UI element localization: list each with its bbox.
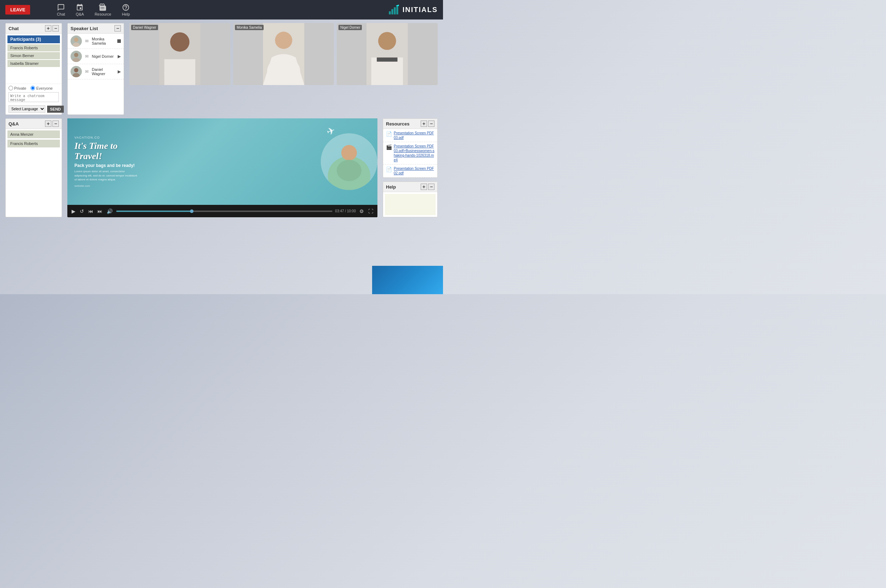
nigel-name: Nigel Dorner xyxy=(92,54,115,58)
volume-button[interactable]: 🔊 xyxy=(106,208,113,215)
chat-add-button[interactable]: + xyxy=(45,25,51,32)
language-select[interactable]: Select Language xyxy=(9,105,45,113)
nav-resource[interactable]: Resource xyxy=(94,3,111,16)
qa-panel-header: Q&A + − xyxy=(6,119,61,129)
qa-anna: Anna Menzer xyxy=(7,130,60,138)
participant-simon: Simon Berner xyxy=(7,52,60,59)
video-url: website.com xyxy=(74,184,138,188)
resource-icon xyxy=(99,3,107,11)
daniel-name: Daniel Wagner xyxy=(92,68,115,76)
nigel-avatar xyxy=(70,51,82,62)
private-radio-label[interactable]: Private xyxy=(9,86,26,90)
video-feed-monika: Monika Samelia xyxy=(233,23,334,85)
video-feed-nigel: Nigel Dorner xyxy=(337,23,438,85)
top-bar: LEAVE Chat Q&A Resource xyxy=(0,0,443,20)
pdf-icon-1: 📄 xyxy=(386,131,392,137)
help-panel-controls: + − xyxy=(421,184,435,190)
progress-fill xyxy=(116,210,192,212)
svg-point-25 xyxy=(337,160,361,181)
qa-icon xyxy=(76,3,84,11)
chat-controls: Private Everyone Select Language SEND xyxy=(6,84,61,114)
logo: INITIALS xyxy=(387,3,438,16)
resource-link-3[interactable]: Presentation Screen PDF 02.pdf xyxy=(394,166,435,176)
play-button[interactable]: ▶ xyxy=(71,208,76,215)
monika-avatar-img xyxy=(70,36,82,47)
skip-back-button[interactable]: ⏮ xyxy=(87,208,94,215)
everyone-radio-label[interactable]: Everyone xyxy=(30,86,52,90)
skip-forward-button[interactable]: ⏭ xyxy=(97,208,103,215)
svg-point-16 xyxy=(275,32,292,49)
progress-bar[interactable] xyxy=(116,210,333,212)
video-player: ✈ VACATION.CO It's Time to Travel! Pack … xyxy=(67,118,378,217)
video-title-line1: It's Time to Travel! xyxy=(74,141,138,161)
svg-point-8 xyxy=(73,58,80,62)
nav-chat[interactable]: Chat xyxy=(57,3,65,16)
monika-email-icon[interactable]: ✉ xyxy=(85,39,88,44)
svg-rect-14 xyxy=(165,59,196,85)
private-radio[interactable] xyxy=(9,86,13,90)
main-content: Chat + − Participants (3) Francis Robert… xyxy=(0,20,443,221)
video-content: ✈ VACATION.CO It's Time to Travel! Pack … xyxy=(67,118,378,205)
settings-button[interactable]: ⚙ xyxy=(359,208,365,215)
video-feed-daniel: Daniel Wagner xyxy=(129,23,230,85)
nigel-video-label: Nigel Dorner xyxy=(339,25,362,30)
replay-button[interactable]: ↺ xyxy=(79,208,85,215)
qa-francis: Francis Roberts xyxy=(7,140,60,147)
svg-point-6 xyxy=(73,42,80,47)
daniel-avatar xyxy=(70,66,82,77)
chat-message-input[interactable] xyxy=(9,92,59,102)
logo-icon xyxy=(387,3,400,16)
nigel-video-silhouette xyxy=(337,23,438,85)
daniel-silhouette-svg xyxy=(129,23,230,85)
resource-link-2[interactable]: Presentation Screen PDF 03.pdf>Businessw… xyxy=(394,144,435,162)
daniel-video-label: Daniel Wagner xyxy=(131,25,158,30)
nav-help[interactable]: Help xyxy=(122,3,130,16)
airplane-decoration: ✈ xyxy=(325,124,337,138)
chat-panel: Chat + − Participants (3) Francis Robert… xyxy=(5,23,62,115)
bg-decoration xyxy=(372,266,443,294)
top-row: Chat + − Participants (3) Francis Robert… xyxy=(5,23,438,115)
svg-point-5 xyxy=(74,38,78,42)
send-button[interactable]: SEND xyxy=(47,106,64,113)
everyone-radio[interactable] xyxy=(30,86,35,90)
daniel-email-icon[interactable]: ✉ xyxy=(85,69,88,74)
daniel-play-icon[interactable]: ▶ xyxy=(118,69,121,74)
svg-rect-1 xyxy=(391,9,393,15)
video-person-svg xyxy=(321,133,378,190)
help-minimize-button[interactable]: − xyxy=(428,184,435,190)
leave-button[interactable]: LEAVE xyxy=(5,5,30,15)
daniel-avatar-img xyxy=(70,66,82,77)
svg-point-12 xyxy=(170,32,189,51)
resources-panel: Resources + − 📄 Presentation Screen PDF … xyxy=(383,118,438,178)
nigel-play-icon[interactable]: ▶ xyxy=(118,54,121,59)
chat-bottom-row: Select Language SEND xyxy=(9,105,59,113)
logo-text: INITIALS xyxy=(403,6,438,14)
resources-minimize-button[interactable]: − xyxy=(428,120,435,127)
svg-rect-21 xyxy=(372,57,403,85)
svg-point-19 xyxy=(378,32,396,50)
qa-minimize-button[interactable]: − xyxy=(52,120,59,127)
resource-2: 🎬 Presentation Screen PDF 03.pdf>Busines… xyxy=(383,142,437,165)
monika-avatar xyxy=(70,36,82,47)
svg-rect-22 xyxy=(377,57,398,62)
qa-add-button[interactable]: + xyxy=(45,120,51,127)
speaker-minimize-button[interactable]: − xyxy=(114,25,121,32)
help-title: Help xyxy=(386,184,396,190)
chat-minimize-button[interactable]: − xyxy=(52,25,59,32)
speaker-monika: ✉ Monika Samelia xyxy=(68,34,124,49)
resources-panel-controls: + − xyxy=(421,120,435,127)
resource-link-1[interactable]: Presentation Screen PDF 03.pdf xyxy=(394,131,435,140)
speaker-panel-controls: − xyxy=(114,25,121,32)
nav-qa[interactable]: Q&A xyxy=(76,3,84,16)
qa-title: Q&A xyxy=(9,121,19,126)
svg-marker-3 xyxy=(396,5,398,14)
qa-panel-controls: + − xyxy=(45,120,59,127)
participants-header: Participants (3) xyxy=(7,36,60,43)
nigel-avatar-img xyxy=(70,51,82,62)
video-controls-bar: ▶ ↺ ⏮ ⏭ 🔊 03:47 / 10:00 ⚙ ⛶ xyxy=(67,205,378,217)
video-feeds: Daniel Wagner Monika Samelia xyxy=(129,23,438,115)
help-add-button[interactable]: + xyxy=(421,184,427,190)
fullscreen-button[interactable]: ⛶ xyxy=(367,208,374,215)
nigel-email-icon[interactable]: ✉ xyxy=(85,54,88,59)
resources-add-button[interactable]: + xyxy=(421,120,427,127)
